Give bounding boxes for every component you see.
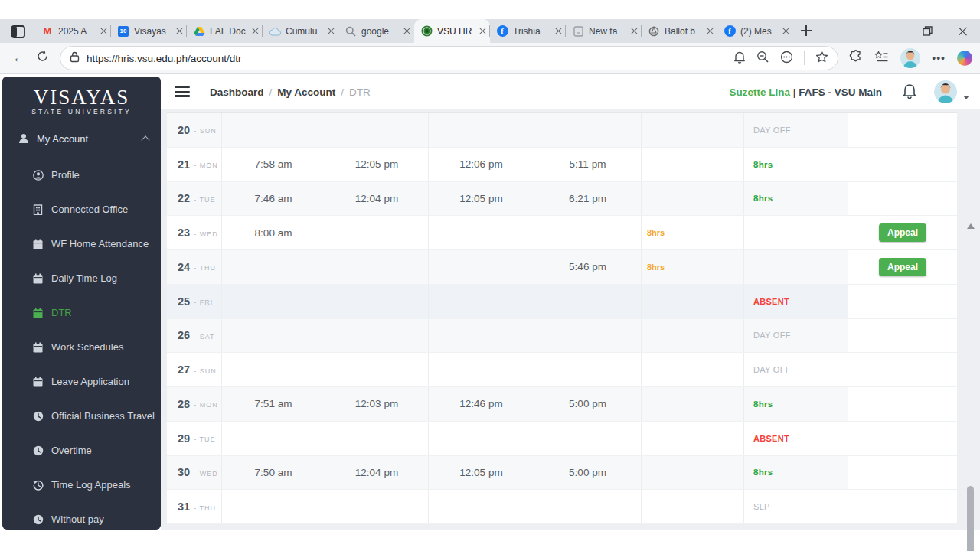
header-bell-icon[interactable]: [902, 83, 917, 102]
extensions-icon[interactable]: [849, 50, 863, 67]
pending-hours-cell: [642, 490, 744, 523]
sidebar-item-official-business-travel[interactable]: Official Business Travel: [2, 399, 161, 433]
url-text[interactable]: https://hris.vsu.edu.ph/account/dtr: [87, 53, 733, 64]
appeal-button[interactable]: Appeal: [879, 223, 926, 242]
sidebar-item-leave-application[interactable]: Leave Application: [2, 364, 161, 399]
sidebar-item-daily-time-log[interactable]: Daily Time Log: [2, 261, 161, 295]
sidebar-item-dtr[interactable]: DTR: [2, 295, 161, 330]
actions-cell: Appeal: [848, 216, 957, 249]
breadcrumb-dashboard[interactable]: Dashboard: [210, 86, 264, 98]
tab-close-icon[interactable]: [707, 28, 714, 34]
tab-vsu-hr[interactable]: VSU HR: [414, 19, 490, 43]
copilot-icon[interactable]: [957, 51, 972, 66]
sidebar-item-time-log-appeals[interactable]: Time Log Appeals: [2, 468, 161, 502]
scroll-up-icon[interactable]: [967, 223, 975, 229]
pending-hours-cell: [642, 148, 744, 181]
close-window-button[interactable]: [945, 19, 980, 43]
day-of-week: - MON: [194, 159, 218, 169]
browser-window: M2025 A10VisayasFAF DocCumulugoogleVSU H…: [0, 0, 980, 551]
tab-title: 2025 A: [58, 26, 98, 37]
day-of-week: - SUN: [194, 125, 217, 135]
sidebar-item-wf-home-attendance[interactable]: WF Home Attendance: [2, 227, 161, 261]
status-cell: 8hrs: [744, 148, 848, 181]
browser-profile-avatar[interactable]: [900, 48, 920, 68]
calendar-icon: [32, 308, 44, 318]
tab-trishia[interactable]: fTrishia: [490, 19, 566, 43]
zoom-out-icon[interactable]: [756, 51, 769, 67]
time-cell-2: [325, 216, 429, 249]
sidebar-item-connected-office[interactable]: Connected Office: [2, 192, 161, 227]
sidebar-item-my-account[interactable]: My Account: [2, 125, 161, 152]
tab-close-icon[interactable]: [782, 28, 789, 34]
sidebar-item-work-schedules[interactable]: Work Schedules: [2, 330, 161, 364]
sidebar-item-without-pay[interactable]: Without pay: [2, 502, 161, 530]
status-cell: SLP: [744, 490, 848, 523]
refresh-button[interactable]: [31, 50, 54, 67]
facebook-icon: f: [496, 25, 508, 37]
favorite-star-icon[interactable]: [815, 51, 828, 66]
tab-google[interactable]: google: [338, 19, 414, 43]
tab-close-icon[interactable]: [479, 28, 486, 34]
favorites-bar-icon[interactable]: [874, 51, 889, 67]
status-badge: 8hrs: [753, 194, 773, 203]
time-cell-1: 7:58 am: [222, 148, 325, 181]
more-tools-icon[interactable]: [780, 51, 793, 67]
tab-visayas[interactable]: 10Visayas: [111, 19, 187, 43]
tab-close-icon[interactable]: [631, 28, 638, 34]
scrollbar-thumb[interactable]: [967, 486, 974, 551]
settings-menu-icon[interactable]: •••: [932, 52, 946, 64]
table-row: 28- MON7:51 am12:03 pm12:46 pm5:00 pm8hr…: [167, 387, 957, 422]
day-number: 21: [178, 158, 190, 171]
tab-close-icon[interactable]: [555, 28, 562, 34]
time-cell-2: 12:04 pm: [325, 456, 429, 490]
tab-title: Ballot b: [665, 26, 704, 37]
tab-workspaces-icon[interactable]: [8, 23, 28, 40]
pending-hours-cell: [642, 387, 744, 421]
notifications-bell-icon[interactable]: [733, 51, 746, 67]
sidebar-item-overtime[interactable]: Overtime: [2, 433, 161, 468]
tab-new-ta[interactable]: New ta: [566, 19, 642, 43]
minimize-button[interactable]: [874, 19, 910, 43]
clock-icon: [32, 445, 44, 456]
time-cell-2: [325, 319, 429, 353]
tab-2025-a[interactable]: M2025 A: [35, 19, 111, 43]
pending-hours-cell: [642, 319, 744, 353]
sidebar-item-profile[interactable]: Profile: [2, 158, 161, 192]
tab-close-icon[interactable]: [403, 28, 410, 34]
table-row: 20- SUNDAY OFF: [167, 113, 957, 148]
appeal-button[interactable]: Appeal: [879, 258, 926, 276]
tab-close-icon[interactable]: [328, 28, 335, 34]
menu-hamburger-icon[interactable]: [175, 86, 190, 97]
restore-button[interactable]: [910, 19, 945, 43]
new-tab-button[interactable]: [798, 22, 815, 39]
tab-cumulu[interactable]: Cumulu: [263, 19, 338, 43]
time-cell-2: 12:03 pm: [325, 387, 429, 421]
browser-toolbar: ← https://hris.vsu.edu.ph/account/dtr: [0, 43, 980, 74]
calendar-icon: [32, 239, 44, 249]
actions-cell: [848, 353, 957, 386]
day-number: 25: [178, 295, 190, 308]
address-bar[interactable]: https://hris.vsu.edu.ph/account/dtr: [60, 46, 838, 70]
tab-faf-doc[interactable]: FAF Doc: [187, 19, 263, 43]
page-scrollbar[interactable]: [965, 222, 977, 551]
time-cell-1: [222, 353, 325, 386]
header-avatar[interactable]: [934, 80, 957, 103]
tab-title: google: [361, 26, 401, 37]
status-badge: DAY OFF: [753, 365, 791, 374]
tab-close-icon[interactable]: [100, 28, 107, 34]
time-cell-3: 12:06 pm: [429, 148, 534, 181]
breadcrumb-my-account[interactable]: My Account: [277, 86, 335, 98]
back-button[interactable]: ←: [8, 51, 31, 66]
status-cell: ABSENT: [744, 422, 848, 455]
time-cell-1: [222, 490, 325, 523]
tab-title: Cumulu: [286, 26, 325, 37]
table-row: 23- WED8:00 am8hrsAppeal: [167, 216, 957, 250]
day-of-week: - FRI: [194, 296, 213, 306]
tab-close-icon[interactable]: [252, 28, 259, 34]
tab-close-icon[interactable]: [176, 28, 183, 34]
tab--2-mes[interactable]: f(2) Mes: [717, 19, 793, 43]
avatar-caret-icon[interactable]: [963, 96, 969, 99]
tab-ballot-b[interactable]: Ballot b: [642, 19, 717, 43]
breadcrumb-dtr: DTR: [349, 86, 371, 98]
actions-cell: [848, 387, 957, 421]
